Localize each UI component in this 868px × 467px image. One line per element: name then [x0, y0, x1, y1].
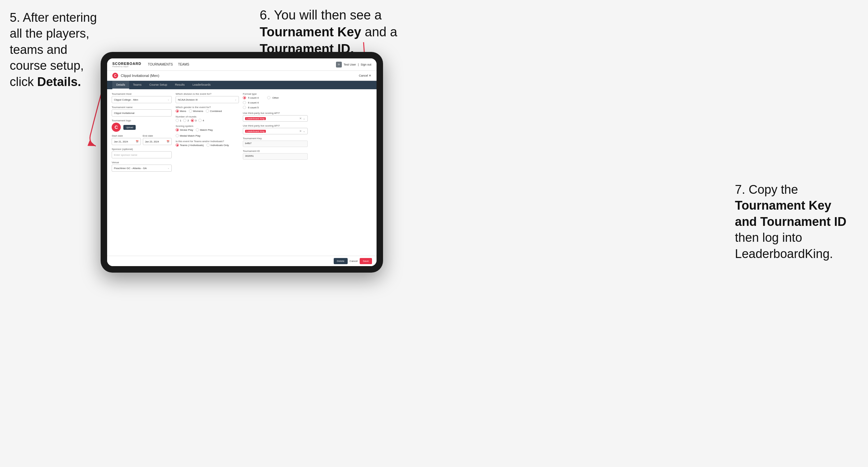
start-date-input[interactable]: Jan 21, 2024 📅 [112, 138, 141, 145]
scoring-label: Scoring system [176, 125, 239, 128]
individuals-only[interactable]: Individuals Only [207, 144, 229, 147]
gender-mens[interactable]: Mens [176, 110, 186, 113]
tournament-host-input[interactable]: Clippd College - Men ⌄ [112, 96, 172, 103]
api2-clear[interactable]: ✕ ⌄ [299, 129, 306, 133]
breadcrumb-cancel[interactable]: Cancel ✕ [359, 74, 371, 77]
round-1[interactable]: 1 [176, 119, 181, 122]
round-4[interactable]: 4 [198, 119, 204, 122]
upload-button[interactable]: Upload [123, 125, 136, 130]
tournament-host-field: Tournament Host Clippd College - Men ⌄ [112, 93, 172, 103]
nav-right: SI Test User | Sign out [336, 62, 371, 67]
logo-text: SCOREBOARD [112, 62, 141, 66]
format-6count5[interactable]: 6 count 5 [243, 106, 308, 109]
start-date-field: Start date Jan 21, 2024 📅 [112, 134, 141, 145]
api2-tag: Leaderboard King [245, 130, 266, 133]
venue-input[interactable]: Peachtree GC - Atlanta - GA ⌄ [112, 164, 172, 172]
form-col-mid: Which division is the event for? NCAA Di… [176, 93, 239, 252]
round-2[interactable]: 2 [183, 119, 189, 122]
tournament-name-input[interactable]: Clippd Invitational [112, 110, 172, 117]
nav-teams[interactable]: TEAMS [178, 63, 189, 66]
scoring-options: Stroke Play Match Play Medal Match Play [176, 128, 239, 137]
api2-label: Use third-party live scoring API? [243, 124, 308, 127]
save-button[interactable]: Save [360, 258, 372, 264]
api2-input[interactable]: Leaderboard King ✕ ⌄ [243, 128, 308, 134]
tab-results[interactable]: Results [171, 81, 189, 89]
dropdown-arrow: ⌄ [167, 98, 169, 101]
division-label: Which division is the event for? [176, 93, 239, 95]
cancel-button[interactable]: Cancel [350, 260, 358, 262]
tournament-id-label: Tournament ID [243, 150, 308, 153]
gender-field: Which gender is the event for? Mens Wome… [176, 106, 239, 113]
teams-plus-individuals[interactable]: Teams (+Individuals) [176, 144, 204, 147]
scoring-match[interactable]: Match Play [196, 128, 213, 131]
scoring-medal-match[interactable]: Medal Match Play [176, 134, 200, 137]
format-field: Format type 5 count 4 Other [243, 93, 308, 109]
format-5count4[interactable]: 5 count 4 [243, 96, 259, 99]
tab-course-setup[interactable]: Course Setup [146, 81, 171, 89]
tab-leaderboards[interactable]: Leaderboards [189, 81, 215, 89]
form-col-left: Tournament Host Clippd College - Men ⌄ T… [112, 93, 172, 252]
radio-5count4[interactable] [243, 96, 246, 99]
delete-button[interactable]: Delete [334, 258, 348, 264]
api1-input[interactable]: Leaderboard King ✕ ⌄ [243, 115, 308, 122]
radio-medal-match[interactable] [176, 134, 179, 137]
radio-teams-individuals[interactable] [176, 144, 179, 147]
form-content: Tournament Host Clippd College - Men ⌄ T… [107, 89, 376, 256]
api1-field: Use third-party live scoring API? Leader… [243, 112, 308, 122]
gender-womens[interactable]: Womens [189, 110, 203, 113]
api1-tag: Leaderboard King [245, 117, 266, 120]
tab-details[interactable]: Details [112, 81, 129, 89]
teams-field: Is this event for Teams and/or Individua… [176, 140, 239, 147]
end-date-input[interactable]: Jan 23, 2024 📅 [143, 138, 172, 145]
logo-area: SCOREBOARD Powered by clippd [112, 62, 141, 67]
tournament-key-label: Tournament Key [243, 137, 308, 140]
scoring-field: Scoring system Stroke Play Match Play [176, 125, 239, 137]
radio-round-3[interactable] [191, 119, 194, 122]
round-3[interactable]: 3 [191, 119, 196, 122]
gender-options: Mens Womens Combined [176, 110, 239, 113]
logo-sub: Powered by clippd [112, 66, 141, 67]
tournament-logo-label: Tournament logo [112, 119, 172, 122]
sponsor-input[interactable]: Enter sponsor name [112, 151, 172, 158]
sign-out: | [358, 63, 359, 66]
radio-6count5[interactable] [243, 106, 246, 109]
form-col-right: Format type 5 count 4 Other [243, 93, 308, 252]
radio-individuals-only[interactable] [207, 144, 210, 147]
tournament-id-field: Tournament ID 302051 [243, 150, 308, 160]
sign-out-link[interactable]: Sign out [361, 63, 371, 66]
division-input[interactable]: NCAA Division III ⌄ [176, 96, 239, 103]
radio-other[interactable] [267, 96, 270, 99]
tablet-screen: SCOREBOARD Powered by clippd TOURNAMENTS… [107, 58, 376, 266]
format-6count4[interactable]: 6 count 4 [243, 101, 308, 104]
breadcrumb-title: Clippd Invitational (Men) [121, 74, 159, 77]
tab-teams[interactable]: Teams [129, 81, 146, 89]
tournament-key-field: Tournament Key b4fb7 [243, 137, 308, 147]
annotation-bottom-right: 7. Copy the Tournament Key and Tournamen… [735, 182, 858, 262]
end-date-field: End date Jan 23, 2024 📅 [143, 134, 172, 145]
format-other[interactable]: Other [267, 96, 279, 99]
nav-tournaments[interactable]: TOURNAMENTS [148, 63, 173, 66]
radio-mens[interactable] [176, 110, 179, 113]
breadcrumb-logo: C [112, 73, 118, 79]
radio-round-4[interactable] [198, 119, 202, 122]
gender-combined[interactable]: Combined [206, 110, 222, 113]
gender-label: Which gender is the event for? [176, 106, 239, 109]
radio-stroke[interactable] [176, 128, 179, 131]
radio-round-1[interactable] [176, 119, 179, 122]
calendar-icon-end: 📅 [166, 140, 169, 143]
scoring-stroke[interactable]: Stroke Play [176, 128, 193, 131]
nav-links: TOURNAMENTS TEAMS [148, 63, 189, 66]
end-date-label: End date [143, 134, 172, 137]
teams-label: Is this event for Teams and/or Individua… [176, 140, 239, 143]
radio-6count4[interactable] [243, 101, 246, 104]
rounds-options: 1 2 3 4 [176, 119, 239, 122]
venue-arrow: ⌄ [167, 167, 169, 169]
venue-field: Venue Peachtree GC - Atlanta - GA ⌄ [112, 161, 172, 172]
date-row: Start date Jan 21, 2024 📅 End date Jan 2… [112, 134, 172, 145]
radio-round-2[interactable] [183, 119, 186, 122]
radio-combined[interactable] [206, 110, 209, 113]
division-arrow: ⌄ [235, 98, 237, 101]
api1-clear[interactable]: ✕ ⌄ [299, 117, 306, 120]
radio-match[interactable] [196, 128, 199, 131]
radio-womens[interactable] [189, 110, 192, 113]
